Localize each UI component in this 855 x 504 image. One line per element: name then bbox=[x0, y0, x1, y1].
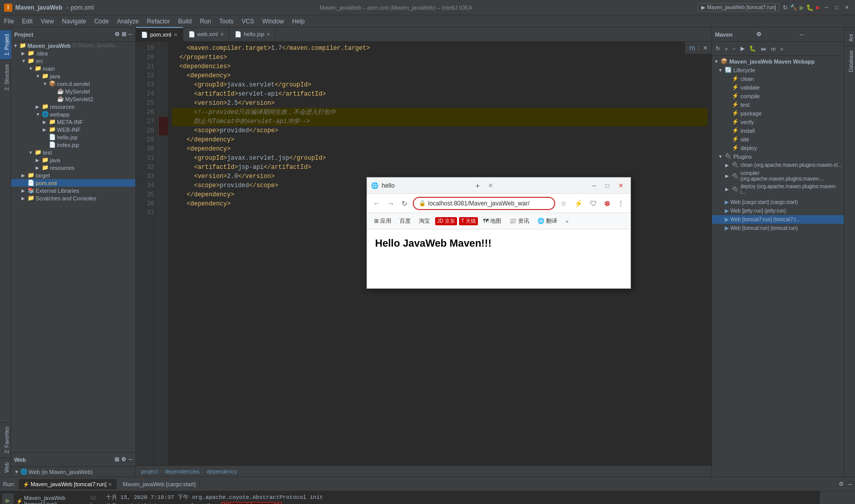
menu-build[interactable]: Build bbox=[174, 15, 196, 27]
maven-plugin-compiler[interactable]: ▶ 🔌 compiler (org.apache.maven.plugins:m… bbox=[712, 169, 844, 183]
tree-myservlet2[interactable]: ▶ ☕ MyServlet2 bbox=[11, 95, 135, 103]
browser-ext1-btn[interactable]: ⚡ bbox=[572, 198, 585, 209]
pomxml-tab-close[interactable]: ✕ bbox=[174, 32, 178, 38]
panel-icon-2[interactable]: ⊞ bbox=[122, 31, 126, 38]
maven-test[interactable]: ▶ ⚡ test bbox=[712, 100, 844, 109]
maven-header-collapse[interactable]: ─ bbox=[800, 32, 841, 38]
maven-site[interactable]: ▶ ⚡ site bbox=[712, 135, 844, 143]
tree-webinf[interactable]: ▶ 📁 WEB-INF bbox=[11, 126, 135, 133]
browser-min-btn[interactable]: ─ bbox=[589, 181, 600, 190]
maven-toggle-btn[interactable]: m bbox=[770, 45, 777, 53]
browser-star-btn[interactable]: ☆ bbox=[558, 198, 569, 209]
build-icon[interactable]: 🔨 bbox=[790, 4, 797, 11]
side-tab-ant[interactable]: Ant bbox=[844, 29, 856, 46]
webxml-tab-close[interactable]: ✕ bbox=[220, 32, 224, 37]
tree-package[interactable]: ▼ 📦 com.it.servlet bbox=[11, 80, 135, 87]
bookmark-jd[interactable]: JD 京东 bbox=[435, 217, 457, 225]
tree-webapp[interactable]: ▼ 🌐 webapp bbox=[11, 110, 135, 118]
tree-src[interactable]: ▼ 📁 src bbox=[11, 57, 135, 65]
run-tab-close1[interactable]: ✕ bbox=[108, 482, 112, 487]
menu-tools[interactable]: Tools bbox=[215, 15, 238, 27]
maven-plugins[interactable]: ▼ 🔌 Plugins bbox=[712, 152, 844, 161]
web-panel-item[interactable]: ▼ 🌐 Web (in Maven_javaWeb) bbox=[12, 468, 134, 476]
menu-code[interactable]: Code bbox=[90, 15, 113, 27]
maven-refresh-btn[interactable]: ↻ bbox=[714, 44, 722, 53]
maven-run-btn[interactable]: ▶ bbox=[739, 44, 746, 53]
maven-plugin-deploy[interactable]: ▶ 🔌 deploy (org.apache.maven.plugins:mav… bbox=[712, 183, 844, 196]
breadcrumb-item-1[interactable]: project bbox=[141, 468, 158, 475]
bookmark-taobao[interactable]: 淘宝 bbox=[416, 216, 433, 226]
maven-package[interactable]: ▶ ⚡ package bbox=[712, 109, 844, 117]
address-bar[interactable]: 🔒 localhost:8081/Maven_javaWeb_war/ bbox=[413, 197, 555, 210]
run-tab-tomcat7[interactable]: ⚡ Maven_javaWeb [tomcat7:run] ✕ bbox=[19, 479, 117, 489]
tree-main[interactable]: ▼ 📁 main bbox=[11, 65, 135, 72]
maven-deploy[interactable]: ▶ ⚡ deploy bbox=[712, 143, 844, 152]
tree-myservlet[interactable]: ▶ ☕ MyServlet bbox=[11, 87, 135, 95]
browser-ext2-btn[interactable]: 🛡 bbox=[588, 198, 599, 209]
bookmark-zixun[interactable]: 📰 资讯 bbox=[506, 216, 532, 226]
bookmark-tianmao[interactable]: T 天猫 bbox=[459, 217, 478, 225]
maven-debug-btn[interactable]: 🐛 bbox=[748, 44, 758, 53]
tree-testjava[interactable]: ▶ 📁 java bbox=[11, 156, 135, 164]
stop-icon[interactable]: ■ bbox=[816, 4, 819, 11]
panel-icon-1[interactable]: ⚙ bbox=[115, 31, 120, 38]
run-settings-btn[interactable]: ⚙ bbox=[839, 481, 844, 487]
run-tab-cargo[interactable]: Maven_javaWeb [cargo:start] bbox=[119, 479, 200, 489]
refresh-icon[interactable]: ↻ bbox=[783, 4, 788, 11]
menu-vcs[interactable]: VCS bbox=[238, 15, 259, 27]
browser-forward-btn[interactable]: → bbox=[385, 198, 396, 209]
side-tab-web[interactable]: Web bbox=[0, 458, 11, 477]
maven-remove-btn[interactable]: − bbox=[731, 45, 737, 53]
side-tab-favorites[interactable]: 2: Favorites bbox=[0, 422, 11, 457]
tree-pomxml[interactable]: ▶ 📄 pom.xml bbox=[11, 179, 135, 187]
run-config-badge[interactable]: ▶ Maven_javaWeb [tomcat7:run] bbox=[698, 3, 779, 12]
bookmark-baidu[interactable]: 百度 bbox=[396, 216, 414, 226]
maven-runconfig-cargo[interactable]: ▶ ▶ Web [cargo:start] (cargo:start) bbox=[712, 198, 844, 206]
browser-refresh-btn[interactable]: ↻ bbox=[400, 198, 410, 209]
tree-root[interactable]: ▼ 📁 Maven_javaWeb D:\Maven_javaWe... bbox=[11, 42, 135, 49]
side-tab-database[interactable]: Database bbox=[844, 46, 856, 76]
maven-plugin-clean[interactable]: ▶ 🔌 clean (org.apache.maven.plugins:mave… bbox=[712, 161, 844, 169]
tab-hellojsp[interactable]: 📄 hello.jsp ✕ bbox=[230, 27, 276, 41]
tree-test[interactable]: ▼ 📁 test bbox=[11, 149, 135, 156]
web-panel-icon1[interactable]: ⊞ bbox=[115, 456, 119, 463]
hellojsp-tab-close[interactable]: ✕ bbox=[266, 32, 270, 37]
maven-runconfig-tomcat7[interactable]: ▶ ▶ Web [tomcat7:run] (tomcat7:r... bbox=[712, 215, 844, 224]
tree-resources[interactable]: ▶ 📁 resources bbox=[11, 103, 135, 110]
menu-view[interactable]: View bbox=[37, 15, 58, 27]
maven-lifecycle[interactable]: ▼ 🔄 Lifecycle bbox=[712, 66, 844, 74]
tree-hellojsp[interactable]: ▶ 📄 hello.jsp bbox=[11, 133, 135, 141]
tab-pomxml[interactable]: 📄 pom.xml ✕ bbox=[136, 27, 183, 41]
menu-run[interactable]: Run bbox=[196, 15, 215, 27]
run-tool-run[interactable]: ▶ bbox=[4, 495, 12, 504]
tree-target[interactable]: ▶ 📁 target bbox=[11, 171, 135, 179]
run-btn-icon[interactable]: ▶ bbox=[800, 4, 804, 11]
menu-refactor[interactable]: Refactor bbox=[143, 15, 174, 27]
bookmark-apps[interactable]: ⊞ 应用 bbox=[371, 216, 394, 226]
browser-new-tab[interactable]: + bbox=[473, 182, 483, 190]
tree-idea[interactable]: ▶ 📁 .idea bbox=[11, 49, 135, 57]
web-panel-icon2[interactable]: ⚙ bbox=[121, 456, 126, 463]
maven-runconfig-tomcat[interactable]: ▶ ▶ Web [tomcat:run] (tomcat:run) bbox=[712, 224, 844, 232]
menu-file[interactable]: File bbox=[0, 15, 18, 27]
tree-extlibs[interactable]: ▶ 📚 External Libraries bbox=[11, 187, 135, 194]
bookmark-fanyi[interactable]: 🌐 翻译 bbox=[534, 216, 560, 226]
run-tree-root[interactable]: ⚡ Maven_javaWeb [tomcat7:run] 50 s bbox=[15, 494, 98, 504]
tab-webxml[interactable]: 📄 web.xml ✕ bbox=[183, 27, 230, 41]
maven-validate[interactable]: ▶ ⚡ validate bbox=[712, 83, 844, 92]
close-btn[interactable]: ✕ bbox=[843, 4, 851, 12]
browser-ext3-btn[interactable]: ⊗ bbox=[602, 198, 612, 209]
menu-help[interactable]: Help bbox=[288, 15, 309, 27]
menu-window[interactable]: Window bbox=[258, 15, 288, 27]
maven-more-btn[interactable]: » bbox=[779, 45, 785, 53]
debug-icon[interactable]: 🐛 bbox=[806, 4, 814, 11]
bookmark-ditu[interactable]: 🗺 地图 bbox=[480, 216, 504, 226]
util-close[interactable]: ✕ bbox=[703, 45, 707, 51]
maven-runconfig-jetty[interactable]: ▶ ▶ Web [jetty:run] (jetty:run) bbox=[712, 206, 844, 215]
menu-analyze[interactable]: Analyze bbox=[113, 15, 143, 27]
maven-clean[interactable]: ▶ ⚡ clean bbox=[712, 74, 844, 83]
browser-close-btn[interactable]: ✕ bbox=[615, 181, 626, 190]
side-tab-project[interactable]: 1: Project bbox=[0, 29, 11, 60]
tree-metainf[interactable]: ▶ 📁 META-INF bbox=[11, 118, 135, 126]
maven-add-btn[interactable]: + bbox=[723, 45, 729, 53]
